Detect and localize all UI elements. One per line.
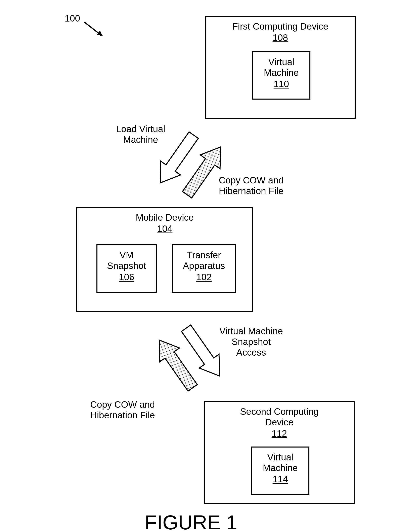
arrow-copy-cow-bottom-icon (149, 333, 202, 395)
mobile-ref: 104 (77, 223, 252, 234)
vm110-title: Virtual Machine (253, 57, 309, 78)
svg-marker-8 (149, 333, 202, 395)
box-transfer-apparatus: Transfer Apparatus 102 (172, 244, 236, 293)
vm114-ref: 114 (252, 474, 308, 485)
svg-line-3 (84, 22, 103, 36)
figure-title: FIGURE 1 (145, 511, 237, 532)
box-vm-110: Virtual Machine 110 (252, 51, 310, 100)
xfer-title: Transfer Apparatus (173, 250, 235, 271)
device2-title: Second Computing Device (205, 406, 354, 428)
svg-marker-4 (97, 30, 103, 36)
snap-ref: 106 (98, 271, 156, 282)
diagram-canvas: 100 First Computing Device 108 Virtual M… (0, 0, 393, 532)
mobile-title: Mobile Device (77, 212, 252, 223)
vm110-ref: 110 (253, 78, 309, 89)
box-first-computing-device: First Computing Device 108 Virtual Machi… (205, 16, 356, 119)
box-vm-114: Virtual Machine 114 (251, 447, 309, 495)
snap-title: VM Snapshot (98, 250, 156, 271)
label-load-vm: Load Virtual Machine (113, 124, 169, 145)
label-copy-cow-top: Copy COW and Hibernation File (215, 175, 287, 196)
xfer-ref: 102 (173, 271, 235, 282)
callout-100: 100 (65, 13, 80, 24)
box-vm-snapshot: VM Snapshot 106 (96, 244, 157, 293)
box-second-computing-device: Second Computing Device 112 Virtual Mach… (204, 401, 355, 504)
device2-ref: 112 (205, 428, 354, 439)
device1-title: First Computing Device (206, 21, 355, 32)
device1-ref: 108 (206, 32, 355, 43)
label-vm-snapshot-access: Virtual Machine Snapshot Access (215, 326, 287, 358)
vm114-title: Virtual Machine (252, 452, 308, 473)
callout-arrow-icon (84, 22, 103, 36)
box-mobile-device: Mobile Device 104 VM Snapshot 106 Transf… (76, 207, 253, 312)
label-copy-cow-bottom: Copy COW and Hibernation File (86, 399, 159, 421)
